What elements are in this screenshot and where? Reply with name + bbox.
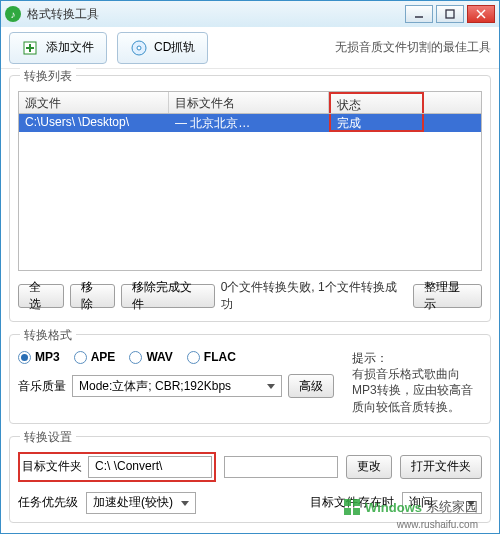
conversion-status-text: 0个文件转换失败, 1个文件转换成功 xyxy=(221,279,407,313)
add-file-label: 添加文件 xyxy=(46,39,94,56)
remove-button[interactable]: 移除 xyxy=(70,284,116,308)
priority-select[interactable]: 加速处理(较快) xyxy=(86,492,196,514)
minimize-button[interactable] xyxy=(405,5,433,23)
settings-group-label: 转换设置 xyxy=(20,429,76,446)
col-source[interactable]: 源文件 xyxy=(19,92,169,113)
target-folder-input-ext[interactable] xyxy=(224,456,338,478)
list-group-label: 转换列表 xyxy=(20,68,76,85)
hint-body: 有损音乐格式歌曲向MP3转换，应由较高音质向较低音质转换。 xyxy=(352,366,482,415)
toolbar: 添加文件 CD抓轨 无损音质文件切割的最佳工具 xyxy=(1,27,499,69)
window-title: 格式转换工具 xyxy=(27,6,99,23)
target-folder-label: 目标文件夹 xyxy=(22,458,82,475)
col-status[interactable]: 状态 xyxy=(329,92,424,113)
advanced-button[interactable]: 高级 xyxy=(288,374,334,398)
radio-flac[interactable]: FLAC xyxy=(187,350,236,364)
quality-label: 音乐质量 xyxy=(18,378,66,395)
quality-select[interactable]: Mode:立体声; CBR;192Kbps xyxy=(72,375,282,397)
list-group: 转换列表 源文件 目标文件名 状态 C:\Users\ \Desktop\ — … xyxy=(9,75,491,322)
svg-rect-1 xyxy=(446,10,454,18)
select-all-button[interactable]: 全选 xyxy=(18,284,64,308)
align-display-button[interactable]: 整理显示 xyxy=(413,284,482,308)
close-button[interactable] xyxy=(467,5,495,23)
format-group: 转换格式 MP3 APE WAV FLAC 音乐质量 Mode:立体声; CBR… xyxy=(9,334,491,424)
list-row[interactable]: C:\Users\ \Desktop\ — 北京北京… 完成 xyxy=(19,114,481,132)
format-group-label: 转换格式 xyxy=(20,327,76,344)
app-icon: ♪ xyxy=(5,6,21,22)
quality-value: Mode:立体声; CBR;192Kbps xyxy=(79,378,231,395)
chevron-down-icon xyxy=(463,495,479,511)
tagline: 无损音质文件切割的最佳工具 xyxy=(335,39,491,56)
maximize-button[interactable] xyxy=(436,5,464,23)
target-folder-input[interactable]: C:\ \Convert\ xyxy=(88,456,212,478)
add-file-button[interactable]: 添加文件 xyxy=(9,32,107,64)
chevron-down-icon xyxy=(177,495,193,511)
cell-source: C:\Users\ \Desktop\ xyxy=(19,114,169,132)
open-folder-button[interactable]: 打开文件夹 xyxy=(400,455,482,479)
col-target[interactable]: 目标文件名 xyxy=(169,92,329,113)
cell-status: 完成 xyxy=(329,114,424,132)
cell-target: — 北京北京… xyxy=(169,114,329,132)
hint-title: 提示： xyxy=(352,350,482,366)
cd-grab-button[interactable]: CD抓轨 xyxy=(117,32,208,64)
svg-marker-9 xyxy=(267,384,275,389)
titlebar: ♪ 格式转换工具 xyxy=(1,1,499,27)
change-folder-button[interactable]: 更改 xyxy=(346,455,392,479)
chevron-down-icon xyxy=(263,378,279,394)
list-header: 源文件 目标文件名 状态 xyxy=(19,92,481,114)
radio-mp3[interactable]: MP3 xyxy=(18,350,60,364)
file-exists-value: 询问 xyxy=(409,494,433,511)
remove-done-button[interactable]: 移除完成文件 xyxy=(121,284,214,308)
priority-value: 加速处理(较快) xyxy=(93,494,173,511)
radio-wav[interactable]: WAV xyxy=(129,350,172,364)
file-exists-select[interactable]: 询问 xyxy=(402,492,482,514)
svg-marker-11 xyxy=(467,501,475,506)
cd-grab-label: CD抓轨 xyxy=(154,39,195,56)
radio-ape[interactable]: APE xyxy=(74,350,116,364)
file-exists-label: 目标文件存在时 xyxy=(310,494,394,511)
priority-label: 任务优先级 xyxy=(18,494,78,511)
settings-group: 转换设置 目标文件夹 C:\ \Convert\ 更改 打开文件夹 任务优先级 … xyxy=(9,436,491,523)
svg-marker-10 xyxy=(181,501,189,506)
cd-icon xyxy=(130,39,148,57)
conversion-list[interactable]: 源文件 目标文件名 状态 C:\Users\ \Desktop\ — 北京北京…… xyxy=(18,91,482,271)
add-file-icon xyxy=(22,39,40,57)
svg-point-8 xyxy=(137,46,141,50)
